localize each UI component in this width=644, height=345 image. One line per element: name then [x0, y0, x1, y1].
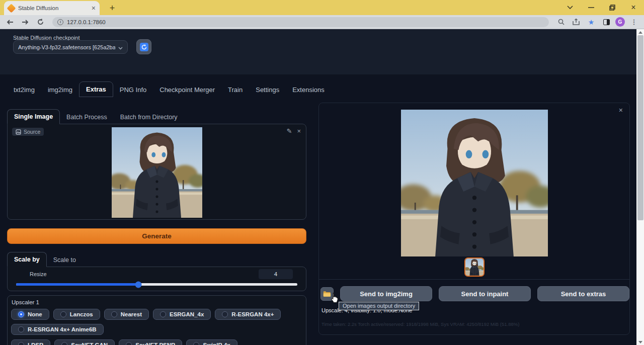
tab-scale-to[interactable]: Scale to — [47, 253, 83, 267]
radio-dot — [18, 311, 24, 317]
page-scrollbar[interactable] — [636, 29, 644, 345]
webui-page: Stable Diffusion checkpoint Anything-V3-… — [0, 29, 636, 345]
app-header: Stable Diffusion checkpoint Anything-V3-… — [0, 29, 636, 74]
tab-train[interactable]: Train — [221, 82, 249, 97]
radio-upscaler1-swinir4x[interactable]: SwinIR 4x — [186, 339, 237, 345]
reload-button[interactable] — [34, 16, 46, 28]
scrollbar-thumb[interactable] — [637, 35, 643, 220]
image-icon — [16, 129, 21, 135]
resize-number-input[interactable]: 4 — [259, 269, 293, 279]
tab-extras[interactable]: Extras — [79, 81, 113, 97]
browser-tab-strip: Stable Diffusion × + × — [0, 0, 644, 15]
radio-upscaler1-none[interactable]: None — [11, 309, 49, 320]
radio-dot — [61, 342, 67, 345]
browser-window: Stable Diffusion × + × i — [0, 0, 644, 345]
radio-dot — [222, 311, 228, 317]
browser-tab[interactable]: Stable Diffusion × — [4, 1, 100, 15]
side-panel-icon[interactable] — [600, 16, 612, 28]
radio-dot — [18, 326, 24, 332]
back-button[interactable] — [4, 16, 16, 28]
tab-close-icon[interactable]: × — [92, 5, 96, 12]
slider-fill — [16, 283, 138, 286]
tab-checkpoint-merger[interactable]: Checkpoint Merger — [153, 82, 221, 97]
profile-avatar[interactable]: G — [615, 17, 625, 27]
refresh-icon — [140, 43, 148, 51]
gallery-thumbnail-selected[interactable] — [464, 257, 485, 277]
gallery-close-icon[interactable]: × — [619, 106, 623, 114]
tab-png-info[interactable]: PNG Info — [113, 82, 153, 97]
radio-upscaler1-nearest[interactable]: Nearest — [104, 309, 149, 320]
subtab-batch-process[interactable]: Batch Process — [60, 110, 114, 124]
checkpoint-value: Anything-V3-fp32.safetensors [625a2ba2] — [18, 44, 115, 50]
extras-input-column: Single Image Batch Process Batch from Di… — [7, 103, 306, 345]
result-image[interactable] — [401, 110, 548, 256]
resize-label: Resize — [30, 271, 47, 277]
generate-button[interactable]: Generate — [7, 228, 306, 244]
subtab-single-image[interactable]: Single Image — [7, 109, 60, 124]
source-image — [112, 127, 202, 218]
radio-dot — [18, 342, 24, 345]
checkpoint-dropdown[interactable]: Anything-V3-fp32.safetensors [625a2ba2] — [13, 40, 128, 54]
extras-subtabs: Single Image Batch Process Batch from Di… — [7, 109, 306, 124]
new-tab-button[interactable]: + — [106, 2, 119, 15]
restore-button[interactable] — [602, 0, 623, 15]
gallery-thumbnails — [319, 257, 629, 277]
upscaler1-label: Upscaler 1 — [12, 299, 302, 305]
main-tabs: txt2img img2img Extras PNG Info Checkpoi… — [7, 81, 331, 97]
radio-upscaler1-resrgan4x[interactable]: R-ESRGAN 4x+ — [215, 309, 281, 320]
radio-dot — [160, 311, 166, 317]
chevron-down-icon — [118, 43, 123, 52]
mouse-cursor — [330, 292, 339, 303]
scroll-down-icon[interactable] — [636, 339, 644, 345]
resize-slider[interactable] — [16, 283, 297, 286]
radio-dot — [111, 311, 117, 317]
tab-img2img[interactable]: img2img — [41, 82, 79, 97]
share-icon[interactable] — [570, 16, 582, 28]
scroll-up-icon[interactable] — [636, 29, 644, 35]
radio-dot — [60, 311, 66, 317]
tab-settings[interactable]: Settings — [249, 82, 286, 97]
panel-divider — [319, 279, 629, 280]
browser-menu-icon[interactable]: ⋮ — [628, 16, 640, 28]
radio-upscaler1-resrgan-anime6b[interactable]: R-ESRGAN 4x+ Anime6B — [11, 324, 104, 335]
tab-extensions[interactable]: Extensions — [286, 82, 331, 97]
source-chip: Source — [12, 128, 44, 136]
bookmark-star-icon[interactable]: ★ — [585, 16, 597, 28]
result-panel: × — [318, 103, 630, 335]
site-info-icon[interactable]: i — [57, 19, 63, 25]
radio-upscaler1-esrgan4x[interactable]: ESRGAN_4x — [153, 309, 211, 320]
tab-scale-by[interactable]: Scale by — [7, 252, 47, 267]
tab-search-icon[interactable] — [559, 0, 581, 15]
favicon-icon — [7, 4, 16, 13]
extras-output-column: × — [318, 103, 630, 345]
radio-dot — [193, 342, 199, 345]
source-image-dropzone[interactable]: Source ✎ × — [7, 124, 306, 220]
minimize-button[interactable] — [581, 0, 602, 15]
refresh-checkpoints-button[interactable] — [136, 39, 151, 54]
radio-upscaler1-scunet-gan[interactable]: ScuNET GAN — [54, 339, 115, 345]
url-text: 127.0.0.1:7860 — [67, 19, 106, 25]
zoom-search-icon[interactable] — [555, 16, 567, 28]
send-to-extras-button[interactable]: Send to extras — [537, 286, 629, 301]
clear-image-icon[interactable]: × — [297, 127, 301, 135]
scale-by-panel: Resize 4 — [7, 267, 306, 291]
send-button-row: Send to img2img Send to inpaint Send to … — [320, 286, 629, 301]
radio-upscaler1-scunet-psnr[interactable]: ScuNET PSNR — [119, 339, 182, 345]
slider-handle[interactable] — [135, 281, 142, 288]
browser-toolbar: i 127.0.0.1:7860 ★ G ⋮ — [0, 15, 644, 29]
window-close-button[interactable]: × — [623, 0, 644, 15]
upscaler1-group: Upscaler 1 None Lanczos Nearest ESRGAN_4… — [7, 295, 306, 345]
address-bar[interactable]: i 127.0.0.1:7860 — [52, 17, 549, 27]
radio-upscaler1-lanczos[interactable]: Lanczos — [53, 309, 100, 320]
source-label: Source — [24, 129, 40, 135]
edit-image-icon[interactable]: ✎ — [287, 127, 292, 135]
subtab-batch-from-directory[interactable]: Batch from Directory — [114, 110, 184, 124]
scale-tabs: Scale by Scale to — [7, 252, 306, 267]
radio-upscaler1-ldsr[interactable]: LDSR — [11, 339, 50, 345]
send-to-img2img-button[interactable]: Send to img2img — [340, 286, 432, 301]
send-to-inpaint-button[interactable]: Send to inpaint — [439, 286, 531, 301]
tab-title: Stable Diffusion — [18, 5, 88, 11]
tab-txt2img[interactable]: txt2img — [7, 82, 41, 97]
forward-button[interactable] — [19, 16, 31, 28]
radio-dot — [126, 342, 132, 345]
